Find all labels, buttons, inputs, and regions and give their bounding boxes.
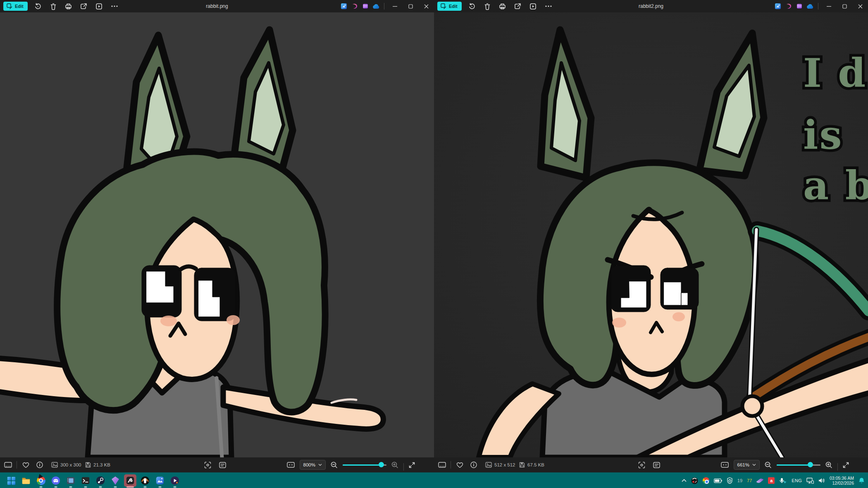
slideshow-button[interactable] <box>528 1 538 11</box>
clipchamp-app-icon[interactable] <box>794 0 805 12</box>
clipchamp-app-icon[interactable] <box>360 0 371 12</box>
steam-button[interactable] <box>93 473 108 488</box>
minimize-button[interactable] <box>821 0 837 12</box>
more-button[interactable] <box>110 1 119 11</box>
zoom-out-icon[interactable] <box>765 462 772 469</box>
filmstrip-toggle[interactable] <box>438 457 446 472</box>
edit-image-icon <box>7 3 12 9</box>
video-app-button[interactable] <box>63 473 78 488</box>
dimensions-value: 300 x 300 <box>60 462 81 467</box>
visual-search-icon[interactable] <box>638 457 645 472</box>
edit-button[interactable]: Edit <box>437 2 462 11</box>
more-button[interactable] <box>544 1 553 11</box>
zoom-out-icon[interactable] <box>331 462 338 469</box>
discord-button[interactable] <box>48 473 63 488</box>
network-icon[interactable] <box>806 478 814 484</box>
close-button[interactable] <box>418 0 434 12</box>
favorite-button[interactable] <box>456 457 463 472</box>
language-indicator[interactable]: ENG <box>792 478 802 483</box>
image-size-icon <box>51 462 58 468</box>
minimize-button[interactable] <box>387 0 403 12</box>
power-shield-icon[interactable] <box>727 477 733 484</box>
onedrive-cloud-icon[interactable] <box>805 0 816 12</box>
pen-feather-icon[interactable] <box>756 479 763 482</box>
zoom-slider-knob[interactable] <box>379 462 384 467</box>
slideshow-icon <box>95 3 103 10</box>
discord-icon <box>51 476 60 485</box>
clock-time: 03:05:36 AM <box>830 476 854 481</box>
minimize-icon <box>827 4 831 9</box>
paint-app-button-active[interactable] <box>123 473 138 488</box>
gpu-temp-value[interactable]: 19 <box>737 478 742 483</box>
file-explorer-button[interactable] <box>19 473 33 488</box>
zoom-slider[interactable] <box>343 462 386 468</box>
onedrive-cloud-icon[interactable] <box>371 0 382 12</box>
media-player-button[interactable] <box>167 473 182 488</box>
image-viewer-rabbit2[interactable]: I d is a b <box>434 12 868 457</box>
trash-icon <box>484 3 491 10</box>
info-button[interactable] <box>470 457 477 472</box>
chevron-down-icon <box>318 464 322 466</box>
edit-button[interactable]: Edit <box>3 2 28 11</box>
gpu-usage-value[interactable]: 77 <box>747 478 752 483</box>
zoom-slider-knob[interactable] <box>808 462 813 467</box>
share-button[interactable] <box>79 1 89 11</box>
fullscreen-icon[interactable] <box>843 462 849 468</box>
text-actions-icon[interactable] <box>653 457 660 472</box>
delete-button[interactable] <box>48 1 58 11</box>
copilot-swirl-icon[interactable] <box>349 0 360 12</box>
file-size-value: 21.3 KB <box>93 462 110 467</box>
slideshow-button[interactable] <box>94 1 104 11</box>
llama-app-button[interactable] <box>138 473 153 488</box>
copilot-swirl-icon[interactable] <box>783 0 794 12</box>
text-actions-icon[interactable] <box>219 457 226 472</box>
rotate-button[interactable] <box>33 1 43 11</box>
print-button[interactable] <box>498 1 508 11</box>
share-button[interactable] <box>513 1 523 11</box>
clock-date: 12/02/2026 <box>830 481 854 486</box>
red-a-app-icon[interactable]: a <box>768 477 775 484</box>
zoom-level-dropdown[interactable]: 800% <box>300 460 326 470</box>
zoom-slider[interactable] <box>777 462 820 468</box>
taskbar: 19 77 a ENG 03:05:36 AM 12/02/2026 <box>0 472 868 488</box>
close-button[interactable] <box>852 0 868 12</box>
start-button[interactable] <box>4 473 19 488</box>
voice-access-icon[interactable] <box>779 478 787 484</box>
statusbar-right: 512 x 512 67.5 KB 661% <box>434 457 868 472</box>
battery-icon[interactable] <box>714 478 722 483</box>
clock[interactable]: 03:05:36 AM 12/02/2026 <box>830 476 854 486</box>
designer-app-icon[interactable] <box>773 0 783 12</box>
filmstrip-toggle[interactable] <box>4 457 12 472</box>
terminal-button[interactable] <box>78 473 93 488</box>
terminal-icon <box>81 476 90 485</box>
rotate-icon <box>34 3 41 10</box>
tray-chevron-icon[interactable] <box>682 479 687 482</box>
fullscreen-icon[interactable] <box>409 462 415 468</box>
volume-icon[interactable] <box>818 478 825 483</box>
share-icon <box>514 3 521 10</box>
print-button[interactable] <box>64 1 74 11</box>
chrome-button[interactable] <box>33 473 48 488</box>
favorite-button[interactable] <box>22 457 29 472</box>
recorder-tray-icon[interactable] <box>691 477 698 484</box>
gem-app-button[interactable] <box>108 473 123 488</box>
zoom-in-icon[interactable] <box>825 462 832 469</box>
notification-bell-icon[interactable] <box>858 477 865 484</box>
delete-button[interactable] <box>482 1 492 11</box>
fit-to-window-icon[interactable] <box>721 462 729 468</box>
file-size: 67.5 KB <box>519 457 544 472</box>
designer-app-icon[interactable] <box>339 0 349 12</box>
zoom-in-icon[interactable] <box>391 462 398 469</box>
zoom-level-dropdown[interactable]: 661% <box>734 460 760 470</box>
maximize-button[interactable] <box>837 0 852 12</box>
dimensions-value: 512 x 512 <box>494 462 515 467</box>
visual-search-icon[interactable] <box>204 457 211 472</box>
image-viewer-rabbit[interactable] <box>0 12 434 457</box>
save-icon <box>519 462 525 468</box>
info-button[interactable] <box>36 457 43 472</box>
maximize-button[interactable] <box>403 0 418 12</box>
fit-to-window-icon[interactable] <box>287 462 295 468</box>
photos-app-button[interactable] <box>153 473 167 488</box>
chrome-tray-icon[interactable] <box>703 477 709 484</box>
rotate-button[interactable] <box>467 1 477 11</box>
